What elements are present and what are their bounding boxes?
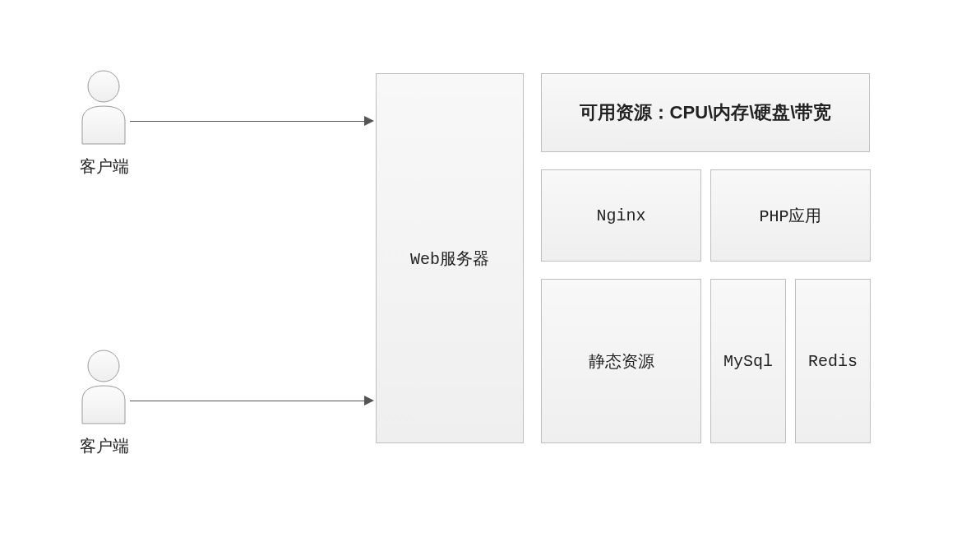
arrow-head-1 xyxy=(364,116,374,126)
svg-point-1 xyxy=(88,350,119,382)
nginx-box: Nginx xyxy=(541,169,701,262)
static-box: 静态资源 xyxy=(541,279,701,443)
client-label-1: 客户端 xyxy=(80,155,129,178)
svg-point-0 xyxy=(88,71,119,102)
resources-box: 可用资源：CPU\内存\硬盘\带宽 xyxy=(541,73,870,152)
arrow-line-2 xyxy=(130,401,364,401)
mysql-box: MySql xyxy=(710,279,786,443)
php-box: PHP应用 xyxy=(710,169,871,262)
web-server-label: Web服务器 xyxy=(410,248,489,270)
web-server-box: Web服务器 xyxy=(376,73,524,443)
client-icon-2 xyxy=(77,350,130,425)
mysql-label: MySql xyxy=(723,352,773,371)
resources-label: 可用资源：CPU\内存\硬盘\带宽 xyxy=(580,100,832,125)
client-label-2: 客户端 xyxy=(80,435,129,457)
redis-box: Redis xyxy=(795,279,871,443)
php-label: PHP应用 xyxy=(759,205,821,227)
static-label: 静态资源 xyxy=(589,350,654,373)
arrow-line-1 xyxy=(130,121,364,122)
redis-label: Redis xyxy=(808,352,858,371)
arrow-head-2 xyxy=(364,396,374,405)
nginx-label: Nginx xyxy=(596,206,645,225)
client-icon-1 xyxy=(77,70,130,146)
